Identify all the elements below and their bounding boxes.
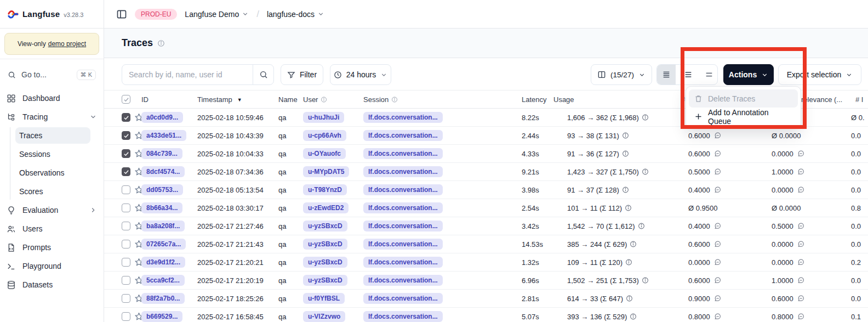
column-header-name[interactable]: Name <box>278 95 298 104</box>
column-header-score-fragment[interactable]: # <box>681 95 685 104</box>
column-header-id[interactable]: ID <box>141 95 149 104</box>
row-checkbox[interactable] <box>122 276 130 285</box>
sidebar-item-traces[interactable]: Traces <box>0 126 104 145</box>
row-checkbox[interactable] <box>122 113 130 122</box>
column-header-count-fragment[interactable]: # I <box>855 95 863 104</box>
user-pill[interactable]: u-yzSBxcD <box>303 221 347 231</box>
table-row[interactable]: b669529...2025-02-17 16:58:45qau-VlZzvwo… <box>104 308 868 322</box>
demo-project-link[interactable]: demo project <box>48 40 86 48</box>
row-checkbox[interactable] <box>122 312 130 321</box>
column-header-latency[interactable]: Latency <box>522 95 547 104</box>
session-pill[interactable]: lf.docs.conversation... <box>363 221 443 231</box>
panel-toggle-icon[interactable] <box>116 9 127 20</box>
row-checkbox[interactable] <box>122 294 130 303</box>
filter-button[interactable]: Filter <box>281 64 323 85</box>
sidebar-item-tracing[interactable]: Tracing <box>0 108 104 126</box>
table-row[interactable]: 5cca9cf2...2025-02-17 21:20:19qau-yzSBxc… <box>104 272 868 290</box>
sidebar-item-datasets[interactable]: Datasets <box>0 275 104 294</box>
sidebar-item-observations[interactable]: Observations <box>0 163 104 182</box>
column-header-usage[interactable]: Usage <box>553 95 574 104</box>
row-height-group <box>656 64 718 85</box>
row-height-medium-button[interactable] <box>680 65 696 84</box>
row-checkbox[interactable] <box>122 185 130 194</box>
user-pill[interactable]: u-yzSBxcD <box>303 275 347 286</box>
menu-item-delete-traces[interactable]: Delete Traces <box>689 89 798 108</box>
session-pill[interactable]: lf.docs.conversation... <box>363 275 443 286</box>
session-pill[interactable]: lf.docs.conversation... <box>363 112 443 123</box>
row-height-large-button[interactable] <box>701 65 717 84</box>
columns-button[interactable]: (15/27) <box>591 64 652 85</box>
row-height-small-button[interactable] <box>657 65 676 84</box>
user-pill[interactable]: u-yzSBxcD <box>303 239 347 250</box>
column-header-timestamp[interactable]: Timestamp ▼ <box>197 95 242 104</box>
trace-id-pill[interactable]: a0cd0d9... <box>141 112 183 123</box>
row-checkbox[interactable] <box>122 204 130 212</box>
session-pill[interactable]: lf.docs.conversation... <box>363 311 443 322</box>
table-row[interactable]: d3e9d1f2...2025-02-17 21:20:21qau-yzSBxc… <box>104 253 868 272</box>
row-checkbox[interactable] <box>122 167 130 176</box>
trace-id-pill[interactable]: dd05753... <box>141 184 183 195</box>
trace-id-pill[interactable]: d3e9d1f2... <box>141 257 185 268</box>
trace-id-pill[interactable]: b669529... <box>141 311 182 322</box>
menu-item-add-to-annotation-queue[interactable]: Add to Annotation Queue <box>689 108 798 126</box>
trace-id-pill[interactable]: 88f2a7b0... <box>141 293 185 304</box>
column-header-user[interactable]: User <box>303 95 327 104</box>
trace-id-pill[interactable]: 8dcf4574... <box>141 166 185 177</box>
table-row[interactable]: 084c739...2025-02-18 10:04:33qau-OYauofc… <box>104 145 868 163</box>
user-pill[interactable]: u-VlZzvwo <box>303 311 345 322</box>
table-row[interactable]: 07265c7a...2025-02-17 21:21:43qau-yzSBxc… <box>104 235 868 253</box>
table-row[interactable]: ba8a208f...2025-02-17 21:27:46qau-yzSBxc… <box>104 217 868 235</box>
trace-id-pill[interactable]: 8b66a34... <box>141 202 182 213</box>
sidebar-item-playground[interactable]: Playground <box>0 257 104 275</box>
row-checkbox[interactable] <box>122 240 130 248</box>
row-checkbox[interactable] <box>122 131 130 140</box>
user-pill[interactable]: u-f0YfBSL <box>303 293 345 304</box>
search-input[interactable]: Search by id, name, user id <box>122 64 253 85</box>
row-checkbox[interactable] <box>122 258 130 267</box>
user-pill[interactable]: u-T98YnzD <box>303 184 347 195</box>
user-pill[interactable]: u-huJhuJi <box>303 112 344 123</box>
session-pill[interactable]: lf.docs.conversation... <box>363 202 443 213</box>
row-checkbox[interactable] <box>122 149 130 158</box>
column-header-relevance[interactable]: relevance (... <box>801 95 842 104</box>
score-cell: Ø 0. <box>851 114 865 122</box>
session-pill[interactable]: lf.docs.conversation... <box>363 166 443 177</box>
trace-id-pill[interactable]: 07265c7a... <box>141 239 186 250</box>
sidebar-item-scores[interactable]: Scores <box>0 182 104 201</box>
sidebar-item-dashboard[interactable]: Dashboard <box>0 89 104 108</box>
table-row[interactable]: 88f2a7b0...2025-02-17 18:25:26qau-f0YfBS… <box>104 290 868 308</box>
table-row[interactable]: dd05753...2025-02-18 05:13:54qau-T98YnzD… <box>104 181 868 199</box>
sidebar-item-sessions[interactable]: Sessions <box>0 145 104 163</box>
breadcrumb-project[interactable]: langfuse-docs <box>267 10 324 19</box>
trace-id-pill[interactable]: ba8a208f... <box>141 221 185 231</box>
column-header-session[interactable]: Session <box>363 95 398 104</box>
trace-id-pill[interactable]: 5cca9cf2... <box>141 275 185 286</box>
session-pill[interactable]: lf.docs.conversation... <box>363 184 443 195</box>
table-row[interactable]: a433de51...2025-02-18 10:43:39qau-cp66Av… <box>104 127 868 145</box>
session-pill[interactable]: lf.docs.conversation... <box>363 293 443 304</box>
session-pill[interactable]: lf.docs.conversation... <box>363 130 443 141</box>
session-pill[interactable]: lf.docs.conversation... <box>363 148 443 159</box>
table-row[interactable]: 8dcf4574...2025-02-18 07:34:36qau-MYpDAT… <box>104 163 868 181</box>
user-pill[interactable]: u-MYpDAT5 <box>303 166 349 177</box>
session-pill[interactable]: lf.docs.conversation... <box>363 257 443 268</box>
session-pill[interactable]: lf.docs.conversation... <box>363 239 443 250</box>
actions-button[interactable]: Actions <box>723 64 774 85</box>
trace-id-pill[interactable]: 084c739... <box>141 148 182 159</box>
user-pill[interactable]: u-zEwdED2 <box>303 202 349 213</box>
sidebar-item-users[interactable]: Users <box>0 219 104 238</box>
trace-id-pill[interactable]: a433de51... <box>141 130 186 141</box>
sidebar-item-evaluation[interactable]: Evaluation <box>0 201 104 219</box>
user-pill[interactable]: u-yzSBxcD <box>303 257 347 268</box>
breadcrumb-org[interactable]: Langfuse Demo <box>185 10 249 19</box>
goto-search[interactable]: Go to... ⌘ K <box>4 65 99 84</box>
table-row[interactable]: 8b66a34...2025-02-18 03:30:17qau-zEwdED2… <box>104 199 868 217</box>
export-selection-button[interactable]: Export selection <box>778 64 861 85</box>
row-checkbox[interactable] <box>122 222 130 230</box>
select-all-checkbox[interactable] <box>122 95 130 104</box>
time-range-button[interactable]: 24 hours <box>330 64 391 85</box>
search-button[interactable] <box>253 64 274 85</box>
user-pill[interactable]: u-cp66Avh <box>303 130 346 141</box>
user-pill[interactable]: u-OYauofc <box>303 148 346 159</box>
sidebar-item-prompts[interactable]: Prompts <box>0 238 104 257</box>
